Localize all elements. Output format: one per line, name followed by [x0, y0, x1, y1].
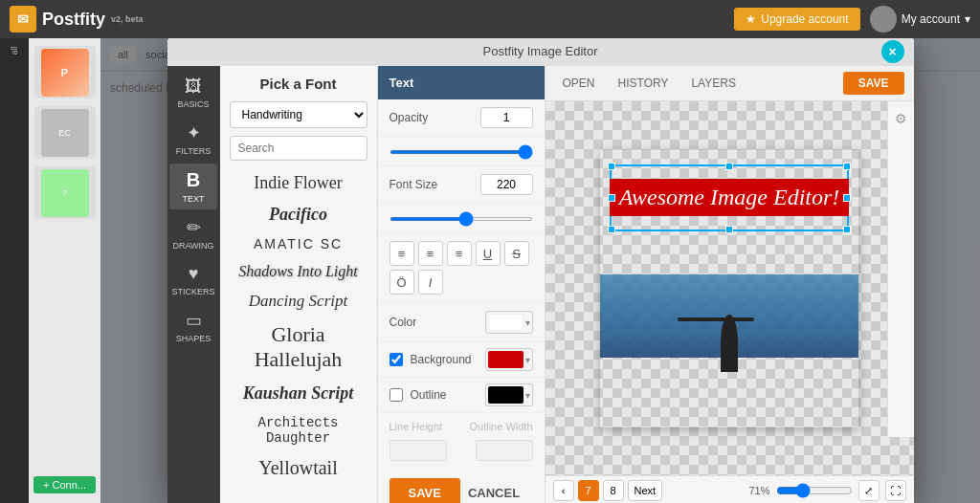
font-item-indie-flower[interactable]: Indie Flower [230, 168, 368, 198]
text-label: TEXT [182, 194, 204, 204]
font-search-input[interactable] [230, 136, 368, 161]
align-center-button[interactable]: ≡ [418, 241, 443, 266]
filters-label: FILTERS [176, 146, 211, 156]
app-version: v2, beta [111, 14, 144, 24]
secondary-sidebar: P EC ? + Conn... [29, 38, 100, 503]
action-row: SAVE CANCEL [378, 469, 545, 503]
logo-icon: ✉ [10, 6, 36, 33]
shapes-icon: ▭ [186, 310, 202, 331]
page-7-button[interactable]: 7 [578, 480, 599, 501]
arms [678, 317, 754, 321]
text-selection-box[interactable]: Awesome Image Editor! [610, 164, 849, 231]
handle-mr[interactable] [843, 194, 851, 202]
outline-width-label: Outline Width [469, 421, 532, 432]
canvas-container: Awesome Image Editor! [600, 150, 858, 427]
font-item-amatic[interactable]: AMATIC SC [230, 231, 368, 256]
tool-filters[interactable]: ✦ FILTERS [169, 117, 217, 162]
handle-tm[interactable] [725, 163, 733, 170]
shapes-label: SHAPES [176, 334, 212, 343]
outline-checkbox[interactable] [390, 388, 403, 402]
drawing-label: DRAWING [172, 241, 213, 251]
font-item-gloria[interactable]: Gloria Hallelujah [230, 317, 368, 377]
account-item-1[interactable]: P [34, 46, 96, 98]
modal-close-button[interactable]: × [881, 40, 904, 63]
layers-tab[interactable]: LAYERS [683, 73, 743, 94]
font-item-dancing[interactable]: Dancing Script [230, 287, 368, 316]
handle-bm[interactable] [725, 226, 733, 233]
modal-title: Postfity Image Editor [483, 44, 598, 58]
outline-row: Outline ▾ [378, 378, 545, 413]
special-button[interactable]: Ö [390, 270, 414, 295]
italic-button[interactable]: I [418, 270, 443, 295]
align-right-button[interactable]: ≡ [447, 241, 472, 266]
upgrade-button[interactable]: ★ Upgrade account [734, 8, 859, 31]
avatar [870, 6, 897, 33]
tool-basics[interactable]: 🖼 BASICS [169, 71, 217, 115]
connect-button[interactable]: + Conn... [33, 476, 96, 493]
handle-ml[interactable] [608, 194, 615, 202]
tool-shapes[interactable]: ▭ SHAPES [169, 304, 217, 349]
font-category-select[interactable]: Handwriting [230, 101, 368, 128]
align-left-button[interactable]: ≡ [390, 241, 414, 266]
expand-button[interactable]: ⤢ [858, 480, 880, 501]
font-item-shadows[interactable]: Shadows Into Light [230, 258, 368, 285]
basics-label: BASICS [177, 99, 209, 109]
font-size-slider[interactable] [390, 217, 533, 221]
history-tab[interactable]: HISTORY [611, 73, 677, 94]
tool-stickers[interactable]: ♥ STICKERS [169, 258, 217, 302]
main-area: all P EC ? + Conn... all social... sched… [0, 38, 980, 503]
font-size-row: Font Size [378, 166, 545, 204]
outline-color-picker[interactable]: ▾ [485, 383, 533, 406]
font-size-slider-row [378, 204, 545, 233]
opacity-input[interactable] [480, 107, 533, 128]
handle-tr[interactable] [843, 163, 851, 170]
text-save-button[interactable]: SAVE [390, 478, 460, 503]
editor-bottom-bar: ‹ 7 8 Next 71% ⤢ ⛶ [546, 475, 914, 503]
opacity-slider[interactable] [390, 150, 533, 154]
modal-overlay: Postfity Image Editor × 🖼 BASICS ✦ FILTE… [100, 38, 980, 503]
font-size-input[interactable] [480, 174, 533, 195]
page-prev-button[interactable]: ‹ [553, 480, 574, 501]
page-8-button[interactable]: 8 [603, 480, 624, 501]
fullscreen-button[interactable]: ⛶ [885, 480, 906, 501]
color-picker[interactable]: ▾ [485, 311, 533, 334]
gear-icon[interactable]: ⚙ [895, 111, 907, 126]
color-label: Color [390, 316, 417, 329]
tool-text[interactable]: B TEXT [169, 164, 217, 209]
background-row: Background ▾ [378, 342, 545, 378]
font-item-yellowtail[interactable]: Yellowtail [230, 452, 368, 484]
account-button[interactable]: My account ▾ [870, 6, 970, 33]
font-list: Indie Flower Pacifico AMATIC SC Shadows … [230, 168, 368, 495]
line-height-input [390, 440, 447, 461]
open-tab[interactable]: OPEN [555, 73, 603, 94]
font-picker-panel: Pick a Font Handwriting Indie Flower Pac… [220, 66, 378, 503]
line-height-label: Line Height [390, 421, 443, 432]
font-item-architects[interactable]: Architects Daughter [230, 410, 368, 450]
account-item-2[interactable]: EC [34, 106, 96, 159]
opacity-label: Opacity [390, 111, 429, 124]
canvas-text[interactable]: Awesome Image Editor! [610, 179, 850, 216]
all-label[interactable]: all [10, 46, 19, 55]
stickers-label: STICKERS [172, 287, 215, 296]
account-item-3[interactable]: ? [34, 166, 96, 219]
strikethrough-button[interactable]: S [504, 241, 529, 266]
handle-br[interactable] [843, 226, 851, 233]
tool-drawing[interactable]: ✏ DRAWING [169, 211, 217, 256]
handle-tl[interactable] [608, 163, 615, 170]
editor-save-button[interactable]: SAVE [843, 72, 904, 95]
handle-bl[interactable] [608, 226, 615, 233]
font-item-kaushan[interactable]: Kaushan Script [230, 379, 368, 408]
next-button[interactable]: Next [628, 480, 663, 501]
modal-titlebar: Postfity Image Editor × [167, 38, 914, 66]
basics-icon: 🖼 [185, 77, 202, 97]
underline-button[interactable]: U [476, 241, 501, 266]
background-checkbox[interactable] [390, 353, 403, 366]
editor-toolbar: OPEN HISTORY LAYERS SAVE [546, 66, 914, 101]
font-item-pacifico[interactable]: Pacifico [230, 200, 368, 230]
outline-width-input [476, 440, 533, 461]
text-cancel-button[interactable]: CANCEL [468, 486, 520, 500]
app-title: Postfity [42, 10, 105, 30]
logo: ✉ Postfity v2, beta [10, 6, 144, 33]
zoom-slider[interactable] [776, 483, 853, 498]
background-color-picker[interactable]: ▾ [485, 348, 533, 371]
